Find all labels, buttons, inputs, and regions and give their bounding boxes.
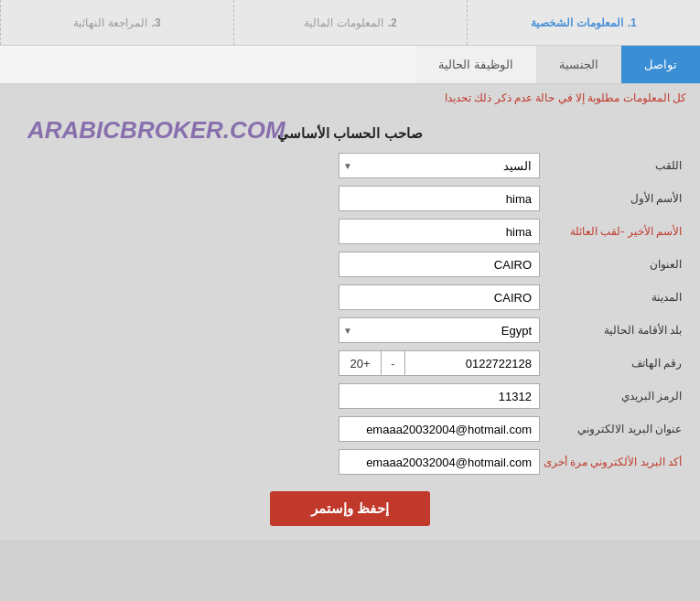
address-label: العنوان: [540, 258, 686, 271]
tab-contact[interactable]: تواصل: [621, 46, 700, 83]
title-select-wrapper: السيد السيدة الآنسة ▼: [339, 153, 540, 178]
step-1-number: 1.: [628, 16, 637, 29]
postal-input[interactable]: [339, 383, 540, 409]
form-section: ARABICBROKER.COM صاحب الحساب الأساسي الل…: [14, 116, 686, 526]
postal-row: الرمز البريدي: [14, 383, 686, 409]
phone-inputs: - +20: [339, 350, 540, 376]
tabs-bar: تواصل الجنسية الوظيفة الحالية: [0, 46, 700, 84]
step-3-number: 3.: [152, 16, 161, 29]
main-content: ARABICBROKER.COM صاحب الحساب الأساسي الل…: [0, 112, 700, 540]
email-input[interactable]: [339, 416, 540, 442]
step-3-label: المراجعة النهائية: [73, 16, 146, 29]
email-confirm-label: أكد البريد الألكتروني مرة أخرى: [540, 456, 686, 468]
step-3: 3. المراجعة النهائية: [0, 0, 233, 45]
page-wrapper: 1. المعلومات الشخصية 2. المعلومات المالي…: [0, 0, 700, 540]
title-row: اللقب السيد السيدة الآنسة ▼: [14, 153, 686, 178]
step-2: 2. المعلومات المالية: [233, 0, 467, 45]
last-name-row: الأسم الأخير -لقب العائلة: [14, 219, 686, 244]
postal-label: الرمز البريدي: [540, 390, 686, 402]
phone-label: رقم الهاتف: [540, 357, 686, 370]
country-row: بلد الأقامة الحالية Egypt Saudi Arabia U…: [14, 317, 686, 343]
save-button[interactable]: إحفظ وإستمر: [270, 491, 430, 526]
last-name-input[interactable]: [339, 219, 540, 244]
steps-bar: 1. المعلومات الشخصية 2. المعلومات المالي…: [0, 0, 700, 46]
address-row: العنوان: [14, 252, 686, 277]
phone-row: رقم الهاتف - +20: [14, 350, 686, 376]
phone-dash: -: [382, 350, 404, 376]
last-name-label: الأسم الأخير -لقب العائلة: [540, 225, 686, 238]
info-text: كل المعلومات مطلوبة إلا في حالة عدم ذكر …: [0, 84, 700, 112]
email-label: عنوان البريد الالكتروني: [540, 423, 686, 435]
email-confirm-row: أكد البريد الألكتروني مرة أخرى: [14, 449, 686, 475]
tab-nationality[interactable]: الجنسية: [536, 46, 621, 83]
section-title: صاحب الحساب الأساسي: [14, 125, 686, 142]
title-label: اللقب: [540, 159, 686, 172]
phone-code: +20: [339, 350, 382, 376]
step-1-label: المعلومات الشخصية: [531, 16, 622, 29]
tab-current-job[interactable]: الوظيفة الحالية: [415, 46, 536, 83]
city-row: المدينة: [14, 284, 686, 310]
step-1: 1. المعلومات الشخصية: [467, 0, 700, 45]
city-input[interactable]: [339, 284, 540, 310]
country-select-wrapper: Egypt Saudi Arabia UAE Kuwait ▼: [339, 317, 540, 343]
email-confirm-input[interactable]: [339, 449, 540, 475]
first-name-row: الأسم الأول: [14, 186, 686, 211]
save-btn-row: إحفظ وإستمر: [14, 491, 686, 526]
country-select[interactable]: Egypt Saudi Arabia UAE Kuwait: [339, 317, 540, 343]
address-input[interactable]: [339, 252, 540, 277]
tabs-input-area: [0, 46, 415, 83]
phone-number-input[interactable]: [404, 350, 540, 376]
first-name-input[interactable]: [339, 186, 540, 211]
city-label: المدينة: [540, 291, 686, 304]
country-label: بلد الأقامة الحالية: [540, 324, 686, 337]
email-row: عنوان البريد الالكتروني: [14, 416, 686, 442]
step-2-number: 2.: [388, 16, 397, 29]
step-2-label: المعلومات المالية: [304, 16, 382, 29]
first-name-label: الأسم الأول: [540, 192, 686, 205]
title-select[interactable]: السيد السيدة الآنسة: [339, 153, 540, 178]
